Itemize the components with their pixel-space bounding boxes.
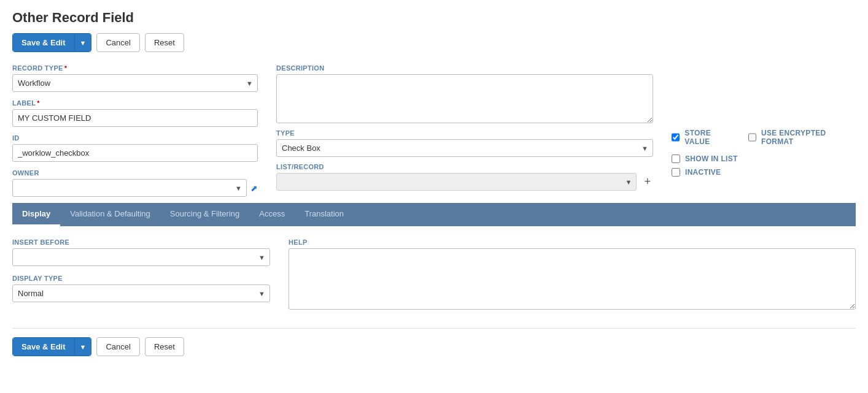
inactive-row: INACTIVE [672, 168, 856, 177]
owner-select[interactable] [12, 179, 247, 197]
store-value-label: STORE VALUE [684, 129, 735, 146]
insert-before-select-wrapper: ▼ [12, 248, 270, 266]
owner-select-wrapper: ▼ [12, 179, 247, 197]
store-value-checkbox[interactable] [672, 133, 680, 142]
record-type-field: RECORD TYPE* Workflow Transaction Employ… [12, 64, 258, 92]
display-tab-content: INSERT BEFORE ▼ DISPLAY TYPE Normal Inli… [12, 238, 856, 310]
bottom-save-edit-button[interactable]: Save & Edit [13, 338, 74, 356]
list-record-select-wrapper: ▼ [276, 173, 637, 191]
inactive-checkbox[interactable] [672, 168, 680, 177]
tab-sourcing[interactable]: Sourcing & Filtering [160, 203, 249, 226]
bottom-reset-button[interactable]: Reset [145, 337, 184, 356]
description-field: DESCRIPTION [276, 64, 653, 123]
divider [12, 328, 856, 329]
record-type-label: RECORD TYPE* [12, 64, 258, 72]
display-type-select-wrapper: Normal Inline Hidden ▼ [12, 284, 270, 302]
label-input[interactable] [12, 109, 258, 127]
show-in-list-row: SHOW IN LIST [672, 155, 856, 163]
label-field: LABEL* [12, 99, 258, 127]
cancel-button[interactable]: Cancel [96, 33, 139, 52]
form-left-col: RECORD TYPE* Workflow Transaction Employ… [12, 64, 258, 197]
owner-external-link-icon[interactable]: ⬈ [250, 183, 258, 193]
display-type-label: DISPLAY TYPE [12, 275, 270, 282]
type-label: TYPE [276, 129, 653, 137]
tab-validation[interactable]: Validation & Defaulting [60, 203, 160, 226]
id-field: ID [12, 134, 258, 162]
reset-button[interactable]: Reset [145, 33, 184, 52]
use-encrypted-row: USE ENCRYPTED FORMAT [748, 129, 856, 146]
id-label: ID [12, 134, 258, 142]
show-in-list-checkbox[interactable] [672, 155, 680, 163]
save-edit-button-group: Save & Edit ▼ [12, 33, 91, 52]
list-record-field: LIST/RECORD ▼ + [276, 163, 653, 191]
use-encrypted-checkbox[interactable] [748, 133, 756, 142]
form-section: RECORD TYPE* Workflow Transaction Employ… [12, 64, 856, 197]
display-left: INSERT BEFORE ▼ DISPLAY TYPE Normal Inli… [12, 238, 270, 310]
tab-translation[interactable]: Translation [295, 203, 354, 226]
insert-before-select[interactable] [12, 248, 270, 266]
insert-before-label: INSERT BEFORE [12, 238, 270, 246]
type-field: TYPE Check Box Text Date Integer Decimal… [276, 129, 653, 157]
page-title: Other Record Field [12, 10, 856, 26]
type-select-wrapper: Check Box Text Date Integer Decimal Curr… [276, 139, 653, 157]
form-mid-col: DESCRIPTION TYPE Check Box Text Date Int… [276, 64, 653, 197]
type-select[interactable]: Check Box Text Date Integer Decimal Curr… [276, 139, 653, 157]
store-value-row: STORE VALUE [672, 129, 736, 146]
owner-field: OWNER ▼ ⬈ [12, 169, 258, 197]
tab-access[interactable]: Access [249, 203, 295, 226]
display-right: HELP [289, 238, 856, 310]
list-record-select[interactable] [276, 173, 637, 191]
id-input[interactable] [12, 144, 258, 162]
display-type-select[interactable]: Normal Inline Hidden [12, 284, 270, 302]
save-edit-button[interactable]: Save & Edit [13, 34, 74, 52]
list-record-row: ▼ + [276, 173, 653, 191]
list-record-add-button[interactable]: + [641, 174, 653, 189]
use-encrypted-label: USE ENCRYPTED FORMAT [761, 129, 856, 146]
save-edit-dropdown-button[interactable]: ▼ [74, 34, 91, 52]
help-label: HELP [289, 238, 856, 246]
bottom-toolbar: Save & Edit ▼ Cancel Reset [12, 337, 856, 356]
description-textarea[interactable] [276, 74, 653, 123]
record-type-select-wrapper: Workflow Transaction Employee ▼ [12, 74, 258, 92]
inactive-label: INACTIVE [685, 168, 721, 177]
top-toolbar: Save & Edit ▼ Cancel Reset [12, 33, 856, 52]
show-in-list-label: SHOW IN LIST [685, 155, 738, 163]
tabs-bar: Display Validation & Defaulting Sourcing… [12, 203, 856, 226]
bottom-cancel-button[interactable]: Cancel [96, 337, 139, 356]
help-field: HELP [289, 238, 856, 310]
form-right-col: STORE VALUE USE ENCRYPTED FORMAT SHOW IN… [672, 64, 856, 197]
description-label: DESCRIPTION [276, 64, 653, 72]
bottom-save-edit-button-group: Save & Edit ▼ [12, 337, 91, 356]
list-record-label: LIST/RECORD [276, 163, 653, 170]
owner-row: ▼ ⬈ [12, 179, 258, 197]
tab-display[interactable]: Display [12, 203, 60, 226]
insert-before-field: INSERT BEFORE ▼ [12, 238, 270, 266]
bottom-save-edit-dropdown-button[interactable]: ▼ [74, 338, 91, 356]
label-label: LABEL* [12, 99, 258, 107]
record-type-select[interactable]: Workflow Transaction Employee [12, 74, 258, 92]
owner-label: OWNER [12, 169, 258, 177]
display-type-field: DISPLAY TYPE Normal Inline Hidden ▼ [12, 275, 270, 302]
help-textarea[interactable] [289, 248, 856, 310]
